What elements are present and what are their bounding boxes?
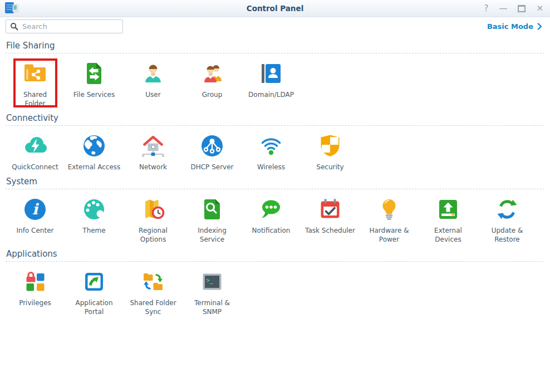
minimize-button[interactable]: — <box>499 4 507 13</box>
regional-options-icon <box>140 196 166 223</box>
app-item-external-devices[interactable]: External Devices <box>419 189 478 244</box>
external-devices-icon <box>435 196 461 223</box>
app-item-domain-ldap[interactable]: Domain/LDAP <box>242 53 301 99</box>
app-item-label: DHCP Server <box>190 163 233 171</box>
svg-text:>_: >_ <box>207 277 214 284</box>
app-item-label: Terminal & SNMP <box>194 298 230 316</box>
window-controls: ? — ✕ <box>484 0 543 17</box>
file-services-icon <box>81 60 107 87</box>
section-connectivity: ConnectivityQuickConnectExternal AccessN… <box>6 113 544 171</box>
app-item-label: Security <box>316 163 343 171</box>
section-items-row: iInfo CenterThemeRegional OptionsIndexin… <box>6 189 544 244</box>
app-item-theme[interactable]: Theme <box>65 189 124 235</box>
terminal-snmp-icon: >_ <box>199 268 225 295</box>
section-title: System <box>6 177 544 187</box>
task-scheduler-icon <box>317 196 343 223</box>
section-items-row: QuickConnectExternal AccessNetworkDHCP S… <box>6 126 544 171</box>
shared-folder-sync-icon <box>140 268 166 295</box>
app-item-privileges[interactable]: Privileges <box>6 262 65 307</box>
section-title: Applications <box>6 249 544 259</box>
application-portal-icon <box>81 268 107 295</box>
app-item-hardware-power[interactable]: Hardware & Power <box>360 189 419 244</box>
search-box[interactable] <box>6 19 123 33</box>
app-item-label: Shared Folder <box>23 90 47 108</box>
app-item-group[interactable]: Group <box>183 53 242 99</box>
app-item-label: Task Scheduler <box>305 226 355 235</box>
app-item-quickconnect[interactable]: QuickConnect <box>6 126 65 171</box>
quickconnect-icon <box>22 133 48 159</box>
app-item-label: Regional Options <box>139 226 168 244</box>
search-input[interactable] <box>21 22 122 31</box>
app-item-label: Indexing Service <box>198 226 227 244</box>
theme-icon <box>81 196 107 223</box>
wireless-icon <box>258 133 284 159</box>
app-item-update-restore[interactable]: Update & Restore <box>478 189 537 244</box>
close-button[interactable]: ✕ <box>536 4 543 13</box>
app-item-label: User <box>145 90 160 99</box>
external-access-icon <box>81 133 107 159</box>
basic-mode-label: Basic Mode <box>487 22 533 31</box>
app-item-wireless[interactable]: Wireless <box>242 126 301 171</box>
section-title: Connectivity <box>6 113 544 123</box>
update-restore-icon <box>494 196 520 223</box>
app-item-label: Privileges <box>19 298 51 307</box>
help-button[interactable]: ? <box>484 4 488 13</box>
section-file-sharing: File SharingShared FolderFile ServicesUs… <box>6 41 544 108</box>
hardware-power-icon <box>376 196 402 223</box>
section-items-row: Shared FolderFile ServicesUserGroupDomai… <box>6 53 544 108</box>
shared-folder-icon <box>22 60 48 87</box>
security-icon <box>317 133 343 159</box>
app-item-shared-folder[interactable]: Shared Folder <box>6 53 65 108</box>
search-icon <box>10 22 18 31</box>
basic-mode-link[interactable]: Basic Mode <box>487 22 542 31</box>
app-item-label: Network <box>139 163 167 171</box>
app-item-label: Wireless <box>257 163 285 171</box>
section-system: SystemiInfo CenterThemeRegional OptionsI… <box>6 177 544 244</box>
app-item-file-services[interactable]: File Services <box>65 53 124 99</box>
section-items-row: PrivilegesApplication PortalShared Folde… <box>6 262 544 316</box>
app-item-label: Shared Folder Sync <box>130 298 176 316</box>
sections-container: File SharingShared FolderFile ServicesUs… <box>0 41 550 316</box>
app-item-user[interactable]: User <box>124 53 183 99</box>
titlebar: Control Panel ? — ✕ <box>0 0 550 17</box>
app-item-label: Update & Restore <box>492 226 523 244</box>
app-item-terminal-snmp[interactable]: >_Terminal & SNMP <box>183 262 242 316</box>
app-item-network[interactable]: Network <box>124 126 183 171</box>
app-item-task-scheduler[interactable]: Task Scheduler <box>301 189 360 235</box>
app-item-dhcp-server[interactable]: DHCP Server <box>183 126 242 171</box>
notification-icon <box>258 196 284 223</box>
app-item-label: QuickConnect <box>12 163 58 171</box>
app-item-label: External Devices <box>434 226 462 244</box>
maximize-button[interactable] <box>518 5 526 12</box>
app-item-shared-folder-sync[interactable]: Shared Folder Sync <box>124 262 183 316</box>
app-item-notification[interactable]: Notification <box>242 189 301 235</box>
app-item-label: Hardware & Power <box>369 226 409 244</box>
indexing-service-icon <box>199 196 225 223</box>
app-item-label: Info Center <box>17 226 54 235</box>
app-item-regional-options[interactable]: Regional Options <box>124 189 183 244</box>
privileges-icon <box>22 268 48 295</box>
app-item-label: Notification <box>252 226 291 235</box>
user-icon <box>140 60 166 87</box>
app-item-info-center[interactable]: iInfo Center <box>6 189 65 235</box>
app-item-label: Application Portal <box>75 298 112 316</box>
toolbar: Basic Mode <box>0 17 550 36</box>
app-item-external-access[interactable]: External Access <box>65 126 124 171</box>
group-icon <box>199 60 225 87</box>
network-icon <box>140 133 166 159</box>
app-item-label: External Access <box>68 163 121 171</box>
info-center-icon: i <box>22 196 48 223</box>
app-item-label: Theme <box>82 226 105 235</box>
app-item-application-portal[interactable]: Application Portal <box>65 262 124 316</box>
window-title: Control Panel <box>0 0 550 17</box>
chevron-right-icon <box>537 23 542 30</box>
domain-ldap-icon <box>258 60 284 87</box>
app-item-label: File Services <box>73 90 115 99</box>
section-title: File Sharing <box>6 41 544 51</box>
dhcp-server-icon <box>199 133 225 159</box>
app-item-indexing-service[interactable]: Indexing Service <box>183 189 242 244</box>
app-item-security[interactable]: Security <box>301 126 360 171</box>
app-item-label: Domain/LDAP <box>248 90 294 99</box>
section-applications: ApplicationsPrivilegesApplication Portal… <box>6 249 544 316</box>
app-item-label: Group <box>202 90 223 99</box>
